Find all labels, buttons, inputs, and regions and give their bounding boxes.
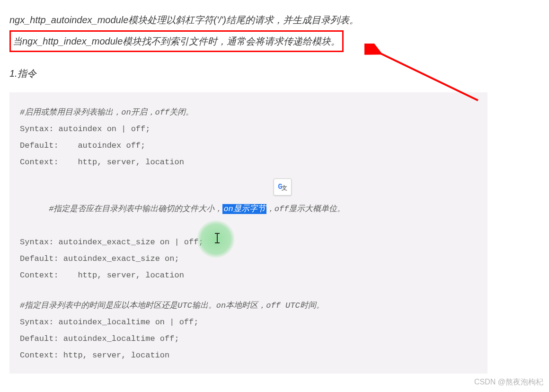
comment-exact-size-a: #指定是否应在目录列表中输出确切的文件大小， bbox=[49, 205, 222, 214]
translate-icon-sub: 文 bbox=[282, 183, 287, 195]
watermark: CSDN @熬夜泡枸杞 bbox=[474, 377, 543, 387]
context-localtime: Context: http, server, location bbox=[20, 347, 477, 364]
highlighted-box: 当ngx_http_index_module模块找不到索引文件时，通常会将请求传… bbox=[9, 30, 344, 52]
comment-exact-size: #指定是否应在目录列表中输出确切的文件大小，on显示字节，off显示大概单位。 bbox=[20, 185, 477, 234]
intro-line-1: ngx_http_autoindex_module模块处理以斜杠字符('/')结… bbox=[9, 11, 487, 28]
section-title: 1.指令 bbox=[9, 67, 487, 80]
comment-exact-size-highlight: on显示字节 bbox=[222, 204, 266, 214]
comment-exact-size-b: ，off显示大概单位。 bbox=[266, 205, 345, 214]
default-localtime: Default: autoindex_localtime off; bbox=[20, 331, 477, 347]
document-body: ngx_http_autoindex_module模块处理以斜杠字符('/')结… bbox=[0, 0, 497, 374]
translate-icon[interactable]: G文 bbox=[274, 178, 292, 196]
comment-localtime: #指定目录列表中的时间是应以本地时区还是UTC输出。on本地时区，off UTC… bbox=[20, 298, 477, 314]
syntax-exact-size: Syntax: autoindex_exact_size on | off; bbox=[20, 234, 477, 251]
syntax-localtime: Syntax: autoindex_localtime on | off; bbox=[20, 314, 477, 331]
syntax-autoindex: Syntax: autoindex on | off; bbox=[20, 121, 477, 138]
default-exact-size: Default: autoindex_exact_size on; bbox=[20, 251, 477, 267]
intro-line-2: 当ngx_http_index_module模块找不到索引文件时，通常会将请求传… bbox=[13, 36, 340, 46]
context-exact-size: Context: http, server, location bbox=[20, 267, 477, 284]
code-block: #启用或禁用目录列表输出，on开启，off关闭。 Syntax: autoind… bbox=[9, 92, 487, 374]
context-autoindex: Context: http, server, location bbox=[20, 154, 477, 171]
intro-paragraph: ngx_http_autoindex_module模块处理以斜杠字符('/')结… bbox=[9, 11, 487, 52]
comment-autoindex: #启用或禁用目录列表输出，on开启，off关闭。 bbox=[20, 105, 477, 121]
default-autoindex: Default: autoindex off; bbox=[20, 138, 477, 154]
